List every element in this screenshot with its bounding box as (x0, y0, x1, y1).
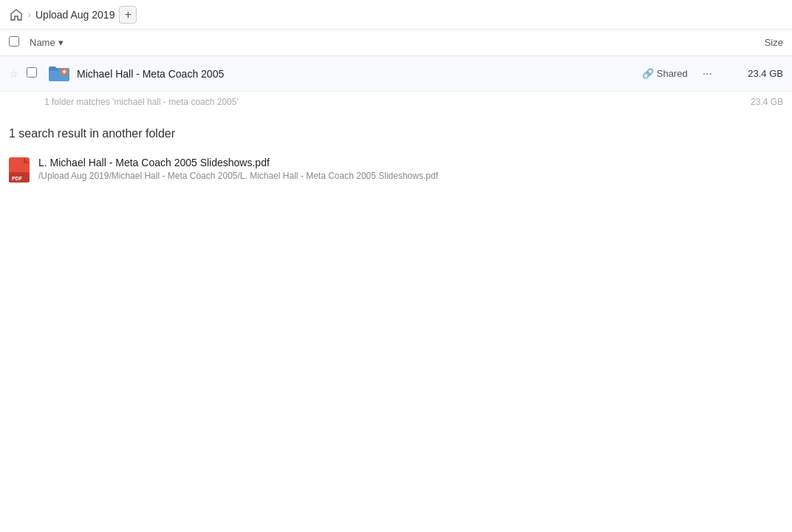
breadcrumb-separator: › (28, 10, 31, 20)
name-column-header[interactable]: Name ▾ (30, 37, 709, 48)
row-checkbox-area[interactable] (27, 67, 47, 80)
table-header: Name ▾ Size (0, 30, 792, 56)
folder-svg (49, 64, 69, 84)
svg-rect-2 (49, 66, 56, 70)
pdf-icon: PDF (9, 158, 30, 182)
result-info: L. Michael Hall - Meta Coach 2005 Slides… (38, 157, 783, 181)
match-count-size: 23.4 GB (724, 97, 783, 107)
result-row: PDF L. Michael Hall - Meta Coach 2005 Sl… (0, 149, 792, 189)
breadcrumb-label: Upload Aug 2019 (35, 9, 115, 21)
star-button[interactable]: ☆ (9, 68, 27, 80)
home-icon (10, 9, 22, 21)
result-path: /Upload Aug 2019/Michael Hall - Meta Coa… (38, 171, 783, 181)
home-button[interactable] (9, 7, 24, 22)
result-filename[interactable]: L. Michael Hall - Meta Coach 2005 Slides… (38, 157, 783, 168)
select-all-checkbox[interactable] (9, 36, 19, 47)
select-all-checkbox-area[interactable] (9, 36, 30, 49)
match-count-text: 1 folder matches 'michael hall - meta co… (44, 97, 239, 107)
other-results-header: 1 search result in another folder (0, 112, 792, 149)
folder-name[interactable]: Michael Hall - Meta Coach 2005 (77, 68, 642, 80)
folder-size: 23.4 GB (724, 68, 783, 79)
shared-label: Shared (657, 68, 688, 79)
size-column-header: Size (709, 37, 783, 48)
folder-icon (47, 62, 71, 86)
more-options-button[interactable]: ··· (697, 64, 718, 83)
folder-row[interactable]: ☆ Michael Hall - Meta Coach 2005 🔗 Share… (0, 56, 792, 92)
link-icon: 🔗 (642, 68, 654, 79)
pdf-svg: PDF (9, 157, 30, 183)
sort-icon: ▾ (58, 37, 64, 48)
row-checkbox[interactable] (27, 67, 37, 78)
breadcrumb-bar: › Upload Aug 2019 + (0, 0, 792, 30)
match-count-row: 1 folder matches 'michael hall - meta co… (0, 92, 792, 112)
add-button[interactable]: + (119, 6, 137, 24)
svg-text:PDF: PDF (12, 176, 23, 181)
shared-badge[interactable]: 🔗 Shared (642, 68, 688, 79)
